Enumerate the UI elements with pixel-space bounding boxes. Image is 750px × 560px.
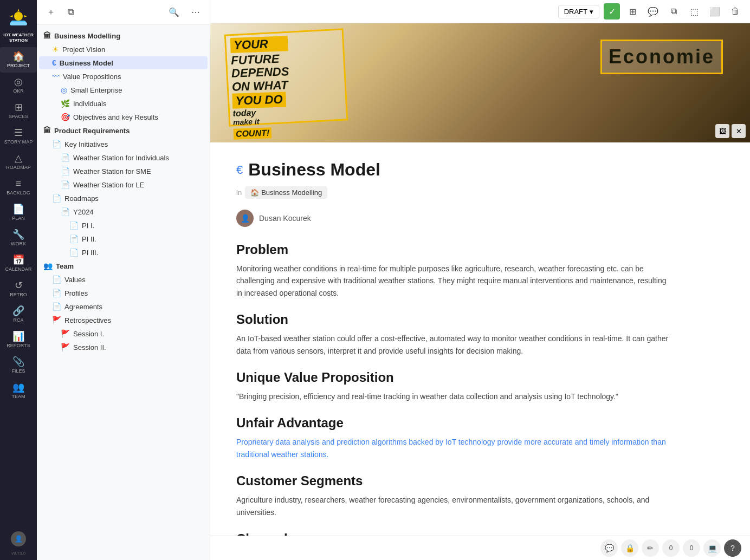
sidebar-item-project-vision[interactable]: ☀ Project Vision — [39, 43, 208, 56]
sidebar-item-key-initiatives[interactable]: 📄 Key Initiatives — [39, 138, 208, 151]
roadmaps-icon: 📄 — [52, 194, 61, 203]
nav-item-work[interactable]: 🔧 WORK — [0, 225, 37, 251]
status-count1-btn[interactable]: 0 — [662, 539, 680, 557]
sidebar-item-business-modelling[interactable]: 🏛 Business Modelling — [39, 29, 208, 42]
breadcrumb-link[interactable]: 🏠 Business Modelling — [245, 186, 327, 199]
nav-item-reports[interactable]: 📊 REPORTS — [0, 327, 37, 353]
key-initiatives-icon: 📄 — [52, 140, 61, 148]
content-area: YOUR FUTURE DEPENDS ON WHAT YOU DO today… — [210, 23, 750, 536]
status-lock-btn[interactable]: 🔒 — [621, 539, 638, 557]
sidebar-item-pi3[interactable]: 📄 PI III. — [39, 246, 208, 259]
roadmap-icon: △ — [15, 153, 22, 163]
main-content: DRAFT ▾ ✓ ⊞ 💬 ⧉ ⬚ ⬜ 🗑 YOUR FUTURE DEPEND… — [210, 0, 750, 560]
author-row: 👤 Dusan Kocurek — [236, 210, 672, 227]
nav-item-roadmap[interactable]: △ ROADMAP — [0, 149, 37, 174]
sidebar-item-product-requirements[interactable]: 🏛 Product Requirements — [39, 124, 208, 137]
sidebar-copy-btn[interactable]: ⧉ — [63, 4, 78, 19]
pi3-icon: 📄 — [69, 248, 79, 257]
doc-title-row: € Business Model — [236, 160, 672, 180]
draft-button[interactable]: DRAFT ▾ — [558, 5, 599, 18]
plan-icon: 📄 — [12, 204, 24, 214]
nav-item-plan[interactable]: 📄 PLAN — [0, 200, 37, 225]
nav-item-rca[interactable]: 🔗 RCA — [0, 302, 37, 327]
toolbar-export-btn[interactable]: ⬜ — [707, 3, 723, 19]
backlog-icon: ≡ — [16, 179, 22, 188]
sidebar-add-btn[interactable]: ＋ — [43, 4, 59, 19]
status-screen-btn[interactable]: 💻 — [703, 539, 721, 557]
main-toolbar: DRAFT ▾ ✓ ⊞ 💬 ⧉ ⬚ ⬜ 🗑 — [210, 0, 750, 23]
sidebar-item-roadmaps[interactable]: 📄 Roadmaps — [39, 192, 208, 205]
toolbar-archive-btn[interactable]: ⬚ — [686, 3, 702, 19]
section-customer-segments: Customer Segments Agriculture industry, … — [236, 473, 672, 518]
sidebar-item-small-enterprise[interactable]: ◎ Small Enterprise — [39, 83, 208, 96]
cover-image-inner: YOUR FUTURE DEPENDS ON WHAT YOU DO today… — [210, 23, 750, 142]
section-solution-heading: Solution — [236, 312, 672, 327]
nav-item-project[interactable]: 🏠 PROJECT — [0, 47, 37, 73]
sidebar-item-y2024[interactable]: 📄 Y2024 — [39, 205, 208, 218]
user-avatar[interactable]: 👤 — [11, 531, 26, 546]
retro-icon: ↺ — [15, 281, 23, 290]
status-edit-btn[interactable]: ✏ — [642, 539, 659, 557]
section-customer-segments-body: Agriculture industry, researchers, weath… — [236, 494, 672, 518]
value-prop-icon: 〰 — [52, 72, 60, 81]
app-version: v9.73.0 — [11, 551, 25, 556]
sidebar-item-objectives[interactable]: 🎯 Objectives and key Results — [39, 110, 208, 123]
session2-icon: 🚩 — [61, 343, 70, 351]
toolbar-comment-btn[interactable]: 💬 — [645, 3, 661, 19]
section-solution: Solution An IoT-based weather station co… — [236, 312, 672, 357]
nav-item-team[interactable]: 👥 TEAM — [0, 378, 37, 403]
nav-item-okr[interactable]: ◎ OKR — [0, 73, 37, 98]
rca-icon: 🔗 — [12, 306, 24, 316]
svg-point-0 — [14, 12, 23, 21]
toolbar-copy-btn[interactable]: ⧉ — [665, 3, 682, 19]
work-icon: 🔧 — [12, 230, 24, 239]
objectives-icon: 🎯 — [61, 113, 70, 121]
section-unfair-advantage: Unfair Advantage Proprietary data analys… — [236, 415, 672, 460]
sidebar-item-team[interactable]: 👥 Team — [39, 259, 208, 272]
toolbar-delete-btn[interactable]: 🗑 — [727, 3, 743, 19]
breadcrumb-label: Business Modelling — [261, 188, 322, 197]
sidebar-item-pi2[interactable]: 📄 PI II. — [39, 232, 208, 245]
nav-item-files[interactable]: 📎 FILES — [0, 353, 37, 378]
section-unfair-advantage-heading: Unfair Advantage — [236, 415, 672, 431]
sidebar-item-session1[interactable]: 🚩 Session I. — [39, 327, 208, 340]
toolbar-check-btn[interactable]: ✓ — [604, 3, 620, 19]
nav-item-spaces[interactable]: ⊞ SPACES — [0, 98, 37, 123]
section-problem-heading: Problem — [236, 242, 672, 257]
sidebar-item-values[interactable]: 📄 Values — [39, 273, 208, 286]
sidebar-more-btn[interactable]: ⋯ — [188, 4, 203, 19]
cover-close-btn[interactable]: ✕ — [732, 124, 746, 138]
sidebar-item-individuals[interactable]: 🌿 Individuals — [39, 97, 208, 110]
business-modelling-icon: 🏛 — [43, 31, 51, 40]
nav-item-retro[interactable]: ↺ RETRO — [0, 276, 37, 302]
sidebar-item-retrospectives[interactable]: 🚩 Retrospectives — [39, 314, 208, 327]
ws-sme-icon: 📄 — [61, 167, 70, 175]
nav-item-backlog[interactable]: ≡ BACKLOG — [0, 174, 37, 200]
doc-title: Business Model — [248, 160, 380, 180]
status-help-btn[interactable]: ? — [724, 539, 741, 557]
status-comment-btn[interactable]: 💬 — [600, 539, 618, 557]
sidebar-item-ws-le[interactable]: 📄 Weather Station for LE — [39, 178, 208, 191]
profiles-icon: 📄 — [52, 289, 61, 297]
sidebar-item-pi1[interactable]: 📄 PI I. — [39, 219, 208, 232]
breadcrumb-home-icon: 🏠 — [250, 188, 259, 197]
sidebar-item-ws-sme[interactable]: 📄 Weather Station for SME — [39, 165, 208, 178]
cover-image-btn[interactable]: 🖼 — [715, 124, 729, 138]
status-count2-btn[interactable]: 0 — [683, 539, 700, 557]
sidebar-item-agreements[interactable]: 📄 Agreements — [39, 300, 208, 313]
section-problem-body: Monitoring weather conditions in real-ti… — [236, 263, 672, 299]
toolbar-grid-btn[interactable]: ⊞ — [624, 3, 641, 19]
small-enterprise-icon: ◎ — [61, 86, 67, 94]
sidebar-search-btn[interactable]: 🔍 — [166, 4, 182, 19]
sidebar-item-session2[interactable]: 🚩 Session II. — [39, 341, 208, 354]
draft-chevron-icon: ▾ — [590, 8, 593, 16]
nav-item-calendar[interactable]: 📅 CALENDAR — [0, 251, 37, 276]
sidebar-item-business-model[interactable]: € Business Model — [39, 56, 208, 69]
app-name: IOT WEATHER STATION — [0, 32, 37, 43]
nav-item-story-map[interactable]: ☰ STORY MAP — [0, 123, 37, 149]
values-icon: 📄 — [52, 275, 61, 284]
sidebar-item-profiles[interactable]: 📄 Profiles — [39, 286, 208, 299]
section-uvp-body: "Bringing precision, efficiency and real… — [236, 390, 672, 402]
sidebar-item-ws-individuals[interactable]: 📄 Weather Station for Individuals — [39, 151, 208, 164]
sidebar-item-value-propositions[interactable]: 〰 Value Propositions — [39, 70, 208, 83]
